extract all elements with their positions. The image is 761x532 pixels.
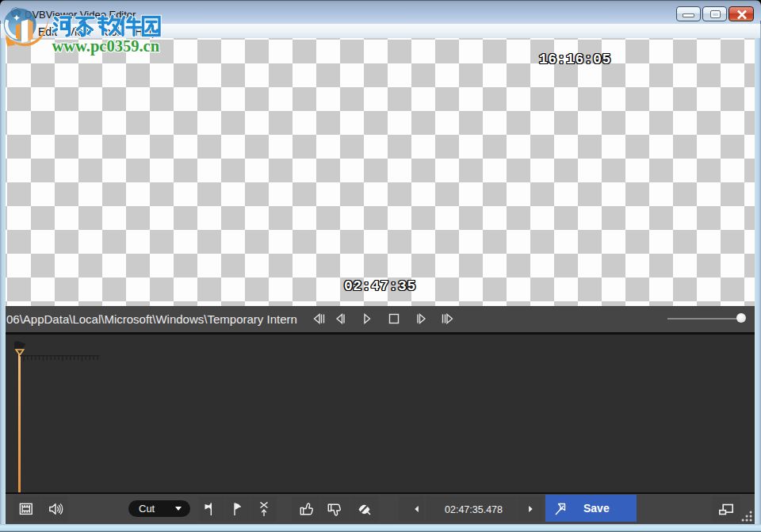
svg-text:www.pc0359.cn: www.pc0359.cn <box>52 37 160 55</box>
